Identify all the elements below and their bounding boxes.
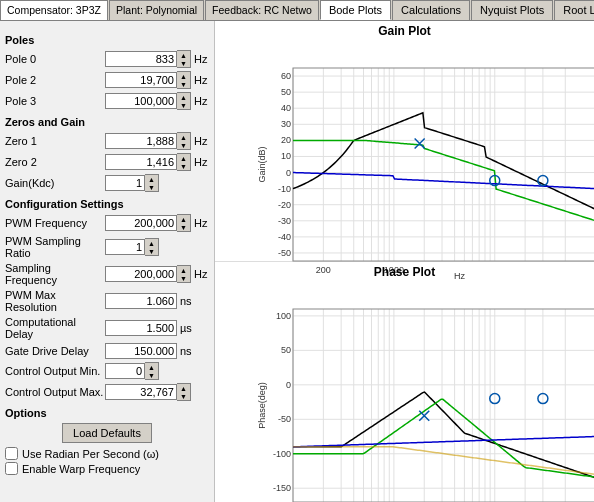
phase-chart-area xyxy=(215,282,594,502)
load-defaults-button[interactable]: Load Defaults xyxy=(62,423,152,443)
gain-plot-title: Gain Plot xyxy=(215,21,594,41)
gain-canvas xyxy=(255,63,594,283)
pwm-freq-label: PWM Frequency xyxy=(5,217,105,229)
pole0-row: Pole 0 ▲ ▼ Hz xyxy=(5,50,209,68)
options-section-title: Options xyxy=(5,407,209,419)
pwm-freq-row: PWM Frequency ▲ ▼ Hz xyxy=(5,214,209,232)
samp-freq-label: Sampling Frequency xyxy=(5,262,105,286)
pwm-max-input[interactable] xyxy=(105,293,177,309)
ctrl-max-down[interactable]: ▼ xyxy=(177,392,190,400)
pole0-unit: Hz xyxy=(194,53,214,65)
ctrl-max-up[interactable]: ▲ xyxy=(177,384,190,392)
gain-up[interactable]: ▲ xyxy=(145,175,158,183)
samp-freq-row: Sampling Frequency ▲ ▼ Hz xyxy=(5,262,209,286)
gain-input-group: ▲ ▼ xyxy=(105,174,159,192)
samp-freq-input[interactable] xyxy=(105,266,177,282)
tab-nyquist[interactable]: Nyquist Plots xyxy=(471,0,553,20)
pole2-up[interactable]: ▲ xyxy=(177,72,190,80)
ctrl-max-label: Control Output Max. xyxy=(5,386,105,398)
pwm-freq-up[interactable]: ▲ xyxy=(177,215,190,223)
ctrl-max-input[interactable] xyxy=(105,384,177,400)
zero1-input[interactable] xyxy=(105,133,177,149)
samp-freq-down[interactable]: ▼ xyxy=(177,274,190,282)
ctrl-min-row: Control Output Min. ▲ ▼ xyxy=(5,362,209,380)
pwm-freq-input[interactable] xyxy=(105,215,177,231)
pole2-input[interactable] xyxy=(105,72,177,88)
comp-tab-plant[interactable]: Plant: Polynomial xyxy=(109,0,204,20)
tab-root-locus[interactable]: Root Locus xyxy=(554,0,594,20)
ctrl-min-label: Control Output Min. xyxy=(5,365,105,377)
phase-plot-title: Phase Plot xyxy=(215,262,594,282)
ctrl-max-spinner: ▲ ▼ xyxy=(177,383,191,401)
zeros-section-title: Zeros and Gain xyxy=(5,116,209,128)
phase-canvas xyxy=(255,304,594,502)
ctrl-max-input-group: ▲ ▼ xyxy=(105,383,191,401)
ctrl-min-down[interactable]: ▼ xyxy=(145,371,158,379)
gain-chart-area xyxy=(215,41,594,261)
pwm-ratio-up[interactable]: ▲ xyxy=(145,239,158,247)
comp-tab-3p3z[interactable]: Compensator: 3P3Z xyxy=(0,0,108,20)
zero2-up[interactable]: ▲ xyxy=(177,154,190,162)
pwm-ratio-down[interactable]: ▼ xyxy=(145,247,158,255)
tab-bode[interactable]: Bode Plots xyxy=(320,0,391,20)
pole2-row: Pole 2 ▲ ▼ Hz xyxy=(5,71,209,89)
pole3-input[interactable] xyxy=(105,93,177,109)
zero1-unit: Hz xyxy=(194,135,214,147)
pwm-freq-input-group: ▲ ▼ Hz xyxy=(105,214,214,232)
comp-delay-row: Computational Delay µs xyxy=(5,316,209,340)
pole2-label: Pole 2 xyxy=(5,74,105,86)
pole3-label: Pole 3 xyxy=(5,95,105,107)
pole3-up[interactable]: ▲ xyxy=(177,93,190,101)
zero2-label: Zero 2 xyxy=(5,156,105,168)
pole3-down[interactable]: ▼ xyxy=(177,101,190,109)
ctrl-min-up[interactable]: ▲ xyxy=(145,363,158,371)
right-panel: Gain Plot Phase Plot xyxy=(215,21,594,502)
content-area: Poles Pole 0 ▲ ▼ Hz Pole 2 xyxy=(0,21,594,502)
comp-delay-label: Computational Delay xyxy=(5,316,105,340)
zero1-up[interactable]: ▲ xyxy=(177,133,190,141)
gain-down[interactable]: ▼ xyxy=(145,183,158,191)
gate-delay-label: Gate Drive Delay xyxy=(5,345,105,357)
gain-input[interactable] xyxy=(105,175,145,191)
warp-checkbox[interactable] xyxy=(5,462,18,475)
ctrl-min-input[interactable] xyxy=(105,363,145,379)
comp-delay-input[interactable] xyxy=(105,320,177,336)
pole0-up[interactable]: ▲ xyxy=(177,51,190,59)
zero1-spinner: ▲ ▼ xyxy=(177,132,191,150)
pwm-ratio-row: PWM Sampling Ratio ▲ ▼ xyxy=(5,235,209,259)
gain-row: Gain(Kdc) ▲ ▼ xyxy=(5,174,209,192)
gain-plot-container: Gain Plot xyxy=(215,21,594,262)
ctrl-min-input-group: ▲ ▼ xyxy=(105,362,159,380)
comp-tab-feedback[interactable]: Feedback: RC Netwo xyxy=(205,0,319,20)
zero2-input[interactable] xyxy=(105,154,177,170)
pwm-freq-spinner: ▲ ▼ xyxy=(177,214,191,232)
pwm-freq-down[interactable]: ▼ xyxy=(177,223,190,231)
pole3-row: Pole 3 ▲ ▼ Hz xyxy=(5,92,209,110)
zero1-label: Zero 1 xyxy=(5,135,105,147)
pwm-ratio-spinner: ▲ ▼ xyxy=(145,238,159,256)
gate-delay-input[interactable] xyxy=(105,343,177,359)
samp-freq-up[interactable]: ▲ xyxy=(177,266,190,274)
pole2-input-group: ▲ ▼ Hz xyxy=(105,71,214,89)
pwm-max-unit: ns xyxy=(180,295,200,307)
pwm-freq-unit: Hz xyxy=(194,217,214,229)
main-container: Compensator: 3P3Z Plant: Polynomial Feed… xyxy=(0,0,594,502)
gate-delay-unit: ns xyxy=(180,345,200,357)
config-section-title: Configuration Settings xyxy=(5,198,209,210)
samp-freq-unit: Hz xyxy=(194,268,214,280)
zero2-down[interactable]: ▼ xyxy=(177,162,190,170)
gain-spinner: ▲ ▼ xyxy=(145,174,159,192)
pole0-input[interactable] xyxy=(105,51,177,67)
radian-checkbox[interactable] xyxy=(5,447,18,460)
pwm-ratio-input[interactable] xyxy=(105,239,145,255)
gate-delay-input-group: ns xyxy=(105,343,200,359)
tab-calc[interactable]: Calculations xyxy=(392,0,470,20)
gain-label: Gain(Kdc) xyxy=(5,177,105,189)
pole0-down[interactable]: ▼ xyxy=(177,59,190,67)
zero2-row: Zero 2 ▲ ▼ Hz xyxy=(5,153,209,171)
radian-label: Use Radian Per Second (ω) xyxy=(22,448,159,460)
zero1-down[interactable]: ▼ xyxy=(177,141,190,149)
pole3-spinner: ▲ ▼ xyxy=(177,92,191,110)
pole2-down[interactable]: ▼ xyxy=(177,80,190,88)
pole0-spinner: ▲ ▼ xyxy=(177,50,191,68)
